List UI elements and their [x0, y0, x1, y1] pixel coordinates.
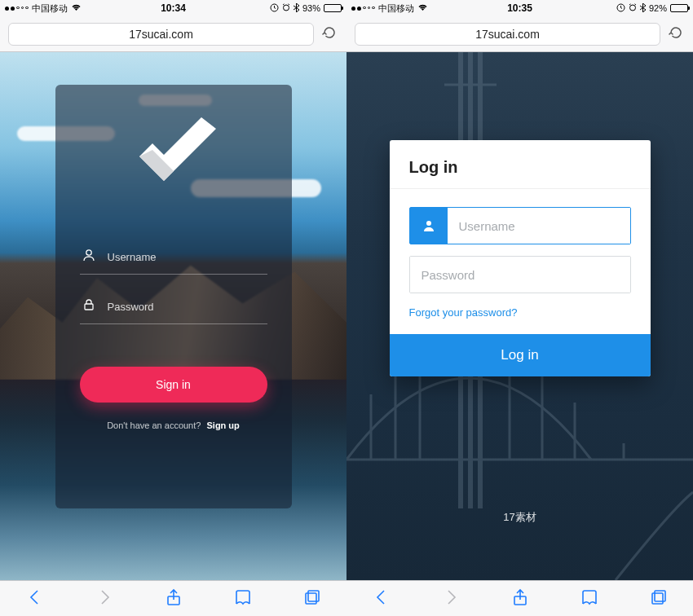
username-input[interactable] — [108, 251, 266, 263]
sign-up-link[interactable]: Sign up — [206, 420, 239, 430]
svg-point-9 — [426, 221, 431, 226]
signup-prompt: Don't have an account? Sign up — [107, 420, 240, 430]
checkmark-logo-icon — [125, 117, 223, 191]
clock: 10:35 — [507, 2, 532, 14]
login-panel: Sign in Don't have an account? Sign up — [55, 85, 292, 508]
carrier-label: 中国移动 — [32, 2, 68, 15]
svg-point-1 — [283, 5, 289, 11]
user-icon — [410, 208, 448, 244]
clock: 10:34 — [161, 2, 186, 14]
svg-rect-12 — [652, 593, 663, 604]
page-content: Log in Forgot your password? Log in — [346, 52, 693, 580]
rotation-lock-icon — [616, 3, 625, 14]
back-icon[interactable] — [25, 587, 45, 610]
forward-icon — [95, 587, 114, 610]
battery-percent: 93% — [302, 3, 320, 13]
username-input[interactable] — [448, 208, 630, 244]
log-in-button[interactable]: Log in — [390, 334, 651, 376]
password-field[interactable] — [80, 289, 267, 324]
login-card: Log in Forgot your password? Log in — [390, 140, 651, 376]
safari-toolbar — [346, 580, 693, 616]
tabs-icon[interactable] — [302, 587, 322, 610]
page-content: Sign in Don't have an account? Sign up — [0, 52, 346, 580]
safari-toolbar — [0, 580, 346, 616]
card-title: Log in — [409, 158, 631, 177]
bookmarks-icon[interactable] — [233, 587, 253, 610]
status-bar: 中国移动 10:34 93% — [0, 0, 346, 16]
username-field[interactable] — [409, 207, 631, 244]
password-input[interactable] — [108, 301, 266, 313]
phone-right: 中国移动 10:35 92% — [346, 0, 693, 616]
signal-dots-icon — [5, 7, 29, 11]
alarm-icon — [629, 3, 637, 13]
url-field[interactable]: 17sucai.com — [355, 23, 660, 46]
user-icon — [82, 248, 96, 266]
tabs-icon[interactable] — [649, 587, 669, 610]
bluetooth-icon — [640, 3, 646, 14]
wifi-icon — [71, 3, 82, 13]
footer-text: 17素材 — [503, 510, 536, 525]
bookmarks-icon[interactable] — [580, 587, 599, 610]
battery-icon — [670, 4, 688, 12]
svg-rect-6 — [306, 593, 316, 604]
signup-prompt-text: Don't have an account? — [107, 420, 201, 430]
svg-rect-5 — [308, 591, 319, 601]
address-bar: 17sucai.com — [0, 16, 346, 52]
wifi-icon — [417, 3, 428, 13]
reload-icon[interactable] — [320, 25, 338, 43]
url-field[interactable]: 17sucai.com — [8, 23, 314, 46]
battery-percent: 92% — [649, 3, 667, 13]
sign-in-button[interactable]: Sign in — [80, 367, 267, 403]
bluetooth-icon — [294, 3, 299, 14]
password-field[interactable] — [409, 256, 631, 293]
carrier-label: 中国移动 — [378, 2, 414, 15]
address-bar: 17sucai.com — [346, 16, 693, 52]
svg-point-2 — [86, 250, 90, 255]
svg-rect-3 — [85, 304, 93, 310]
phone-left: 中国移动 10:34 93% — [0, 0, 346, 616]
alarm-icon — [282, 3, 290, 13]
rotation-lock-icon — [270, 3, 279, 14]
url-text: 17sucai.com — [475, 28, 540, 41]
status-bar: 中国移动 10:35 92% — [346, 0, 693, 16]
share-icon[interactable] — [164, 587, 183, 610]
password-input[interactable] — [410, 257, 630, 293]
share-icon[interactable] — [510, 587, 530, 610]
svg-rect-11 — [655, 591, 665, 601]
reload-icon[interactable] — [667, 25, 685, 43]
back-icon[interactable] — [372, 587, 391, 610]
lock-icon — [82, 297, 96, 315]
svg-point-8 — [629, 5, 635, 11]
username-field[interactable] — [80, 240, 267, 275]
url-text: 17sucai.com — [129, 28, 193, 41]
forward-icon — [441, 587, 461, 610]
forgot-password-link[interactable]: Forgot your password? — [409, 306, 518, 319]
signal-dots-icon — [351, 7, 375, 11]
battery-icon — [324, 4, 342, 12]
